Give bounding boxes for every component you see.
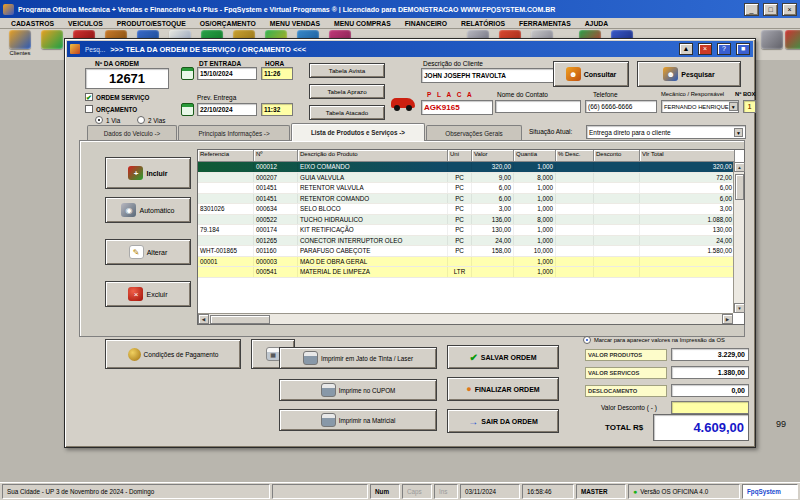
telefone-field[interactable]: (66) 6666-6666 bbox=[585, 100, 657, 113]
table-cell-pdesc bbox=[556, 246, 594, 256]
menu-item-financeiro[interactable]: FINANCEIRO bbox=[398, 19, 454, 28]
scroll-right-icon[interactable]: ▶ bbox=[722, 314, 733, 324]
table-cell-valor: 320,00 bbox=[472, 162, 514, 172]
pesquisar-button[interactable]: ☻ Pesquisar bbox=[637, 61, 741, 87]
column-header[interactable]: Descrição do Produto bbox=[298, 150, 448, 162]
menu-item-menu-compras[interactable]: MENU COMPRAS bbox=[327, 19, 398, 28]
column-header[interactable]: Referencia bbox=[198, 150, 254, 162]
situacao-select[interactable]: Entrega direto para o cliente ▼ bbox=[586, 125, 746, 139]
imprimir-matricial-button[interactable]: Imprimir na Matricial bbox=[279, 409, 437, 431]
tab-principais-informacoes[interactable]: Principais Informações -> bbox=[178, 125, 290, 141]
table-row[interactable]: 001265CONECTOR INTERRUPTOR OLEOPC24,001,… bbox=[198, 236, 735, 247]
tab-lista-produtos-servicos[interactable]: Lista de Produtos e Serviços -> bbox=[291, 123, 425, 141]
chevron-down-icon[interactable]: ▼ bbox=[734, 128, 743, 137]
incluir-button[interactable]: + Incluir bbox=[105, 157, 191, 189]
menu-item-ajuda[interactable]: AJUDA bbox=[578, 19, 615, 28]
tabela-atacado-button[interactable]: Tabela Atacado bbox=[309, 105, 385, 120]
box-field[interactable]: 1 bbox=[743, 100, 756, 113]
hora-entrada-field[interactable]: 11:26 bbox=[261, 67, 293, 80]
calendar-icon[interactable] bbox=[181, 103, 194, 116]
valor-desconto-field[interactable] bbox=[671, 401, 749, 414]
automatico-button[interactable]: ◉ Automático bbox=[105, 197, 191, 223]
tab-dados-veiculo[interactable]: Dados do Veiculo -> bbox=[87, 125, 177, 141]
close-button[interactable]: × bbox=[782, 3, 797, 16]
order-number-field[interactable]: 12671 bbox=[85, 68, 169, 89]
table-row[interactable]: 000541MATERIAL DE LIMPEZALTR1,000 bbox=[198, 267, 735, 278]
alterar-button[interactable]: ✎ Alterar bbox=[105, 239, 191, 265]
calendar-icon[interactable] bbox=[181, 67, 194, 80]
scrollbar-thumb[interactable] bbox=[210, 315, 270, 324]
ordem-servico-checkbox[interactable]: ✔ ORDEM SERVIÇO bbox=[85, 93, 149, 101]
column-header[interactable]: Quantia bbox=[514, 150, 556, 162]
prev-entrega-field[interactable]: 22/10/2024 bbox=[197, 103, 257, 116]
excluir-button[interactable]: × Excluir bbox=[105, 281, 191, 307]
scroll-down-icon[interactable]: ▼ bbox=[734, 303, 745, 313]
imprime-cupom-button[interactable]: Imprime no CUPOM bbox=[279, 379, 437, 401]
clientes-icon[interactable]: Clientes bbox=[6, 30, 34, 56]
minimize-button[interactable]: _ bbox=[744, 3, 759, 16]
menu-item-ferramentas[interactable]: FERRAMENTAS bbox=[512, 19, 578, 28]
table-row[interactable]: 79.184000174KIT RETIFICAÇÃOPC130,001,000… bbox=[198, 225, 735, 236]
dt-entrada-field[interactable]: 15/10/2024 bbox=[197, 67, 257, 80]
table-row[interactable]: 000207GUIA VALVULAPC9,008,00072,00 bbox=[198, 173, 735, 184]
dialog-minimize-button[interactable]: ▲ bbox=[679, 43, 693, 55]
dialog-help-button[interactable]: ? bbox=[717, 43, 731, 55]
scroll-up-icon[interactable]: ▲ bbox=[734, 162, 745, 172]
column-header[interactable]: % Desc. bbox=[556, 150, 594, 162]
menu-item-menu-vendas[interactable]: MENU VENDAS bbox=[263, 19, 327, 28]
imprimir-jato-button[interactable]: Imprimir em Jato de Tinta / Laser bbox=[279, 347, 437, 369]
finalizar-ordem-button[interactable]: ● FINALIZAR ORDEM bbox=[447, 377, 559, 401]
scroll-left-icon[interactable]: ◀ bbox=[198, 314, 209, 324]
dialog-extra-button[interactable]: ■ bbox=[736, 43, 750, 55]
grupo-clientes-icon[interactable] bbox=[38, 30, 66, 49]
dialog-close-icon[interactable]: × bbox=[698, 43, 712, 55]
marcar-valores-radio[interactable]: Marcar para aparecer valores na Impressã… bbox=[583, 336, 725, 344]
consultar-button[interactable]: ☻ Consultar bbox=[553, 61, 629, 87]
radio-2vias[interactable]: 2 Vias bbox=[137, 116, 165, 124]
tabela-avista-button[interactable]: Tabela Avista bbox=[309, 63, 385, 78]
hora-entrega-field[interactable]: 11:32 bbox=[261, 103, 293, 116]
column-header[interactable]: Vlr Total bbox=[640, 150, 735, 162]
chevron-down-icon[interactable]: ▼ bbox=[729, 102, 738, 111]
column-header[interactable]: Nº bbox=[254, 150, 298, 162]
sair-ordem-button[interactable]: → SAIR DA ORDEM bbox=[447, 409, 559, 433]
maximize-button[interactable]: □ bbox=[763, 3, 778, 16]
table-row[interactable]: 000012EIXO COMANDO320,001,000320,00 bbox=[198, 162, 735, 173]
orcamento-checkbox[interactable]: ORÇAMENTO bbox=[85, 105, 137, 113]
status-date: 03/11/2024 bbox=[460, 484, 520, 499]
table-row[interactable]: 00001000003MAO DE OBRA GERAL1,000 bbox=[198, 257, 735, 268]
radio-1via[interactable]: 1 Via bbox=[95, 116, 120, 124]
tab-observacoes-gerais[interactable]: Observações Gerais bbox=[426, 125, 522, 141]
condicoes-pagamento-button[interactable]: Condições de Pagamento bbox=[105, 339, 241, 369]
mecanico-select[interactable]: FERNANDO HENRIQUE ▼ bbox=[661, 100, 739, 113]
table-row[interactable]: 000522TUCHO HIDRAULICOPC136,008,0001.088… bbox=[198, 215, 735, 226]
scrollbar-thumb[interactable] bbox=[735, 174, 744, 200]
sair-sistema-icon[interactable] bbox=[782, 30, 800, 49]
table-row[interactable]: WHT-001865001160PARAFUSO CABEÇOTEPC158,0… bbox=[198, 246, 735, 257]
menu-item-relat-rios[interactable]: RELATÓRIOS bbox=[454, 19, 512, 28]
placa-field[interactable]: AGK9165 bbox=[421, 100, 493, 115]
menu-item-produto-estoque[interactable]: PRODUTO/ESTOQUE bbox=[110, 19, 193, 28]
column-header[interactable]: Valor bbox=[472, 150, 514, 162]
tabela-aprazo-button[interactable]: Tabela Aprazo bbox=[309, 84, 385, 99]
menu-item-veiculos[interactable]: VEICULOS bbox=[61, 19, 110, 28]
table-cell-uni: PC bbox=[448, 246, 472, 256]
horizontal-scrollbar[interactable]: ◀ ▶ bbox=[198, 313, 733, 324]
table-row[interactable]: 001451RETENTOR COMANDOPC6,001,0006,00 bbox=[198, 194, 735, 205]
app-title: Programa Oficina Mecânica + Vendas e Fin… bbox=[18, 6, 740, 13]
menu-item-os-or-amento[interactable]: OS/ORÇAMENTO bbox=[193, 19, 263, 28]
situacao-label: Situação Atual: bbox=[529, 128, 572, 135]
column-header[interactable]: Uni bbox=[448, 150, 472, 162]
vertical-scrollbar[interactable]: ▲ ▼ bbox=[733, 162, 744, 313]
table-row[interactable]: 8301026000634SELO BLOCOPC3,001,0003,00 bbox=[198, 204, 735, 215]
table-row[interactable]: 001451RETENTOR VALVULAPC6,001,0006,00 bbox=[198, 183, 735, 194]
table-cell-descv bbox=[594, 204, 640, 214]
salvar-ordem-button[interactable]: ✔ SALVAR ORDEM bbox=[447, 345, 559, 369]
table-cell-valor: 6,00 bbox=[472, 183, 514, 193]
barcode-icon: ◉ bbox=[121, 203, 136, 217]
column-header[interactable]: Desconto bbox=[594, 150, 640, 162]
contato-field[interactable] bbox=[495, 100, 581, 113]
table-cell-num: 001265 bbox=[254, 236, 298, 246]
menu-item-cadastros[interactable]: CADASTROS bbox=[4, 19, 61, 28]
table-cell-valor: 158,00 bbox=[472, 246, 514, 256]
